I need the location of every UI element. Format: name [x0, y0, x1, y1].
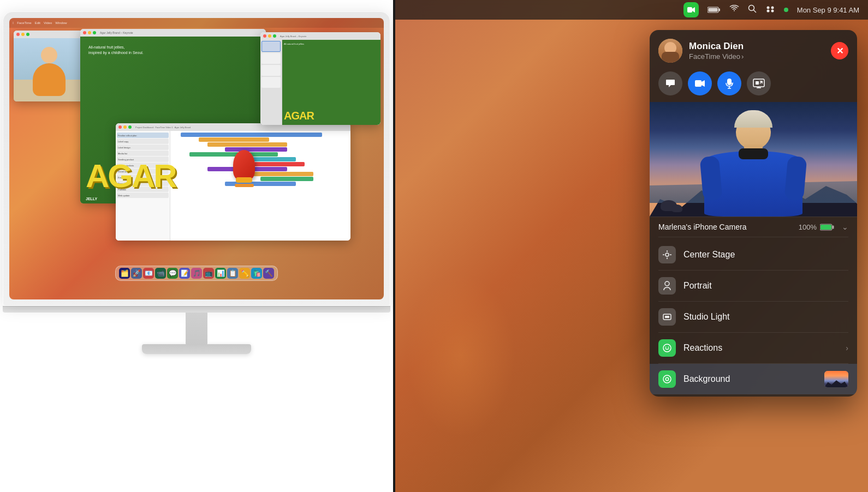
dock-launchpad[interactable]: 🚀 — [131, 268, 142, 279]
svg-rect-23 — [821, 225, 831, 230]
close-dot-small[interactable] — [263, 34, 266, 38]
imac-wrapper:  FaceTime Edit Video Window — [0, 11, 393, 481]
fullscreen-dot-small[interactable] — [273, 34, 276, 38]
studio-light-icon — [662, 312, 672, 322]
svg-point-35 — [668, 347, 669, 348]
imac-base — [142, 344, 251, 354]
background-icon — [662, 374, 672, 384]
battery-level-icon — [820, 224, 834, 231]
small-app-window[interactable]: Agar Jelly Brand – Keynote — [260, 32, 381, 125]
dock-music[interactable]: 🎵 — [191, 268, 202, 279]
center-stage-label: Center Stage — [683, 250, 848, 260]
close-dot[interactable] — [16, 33, 20, 36]
portrait-icon — [663, 280, 671, 291]
reactions-chevron: › — [846, 344, 848, 352]
fullscreen-dot-gantt[interactable] — [128, 125, 132, 129]
dock-tv[interactable]: 📺 — [203, 268, 214, 279]
caller-info: Monica Dien FaceTime Video › — [689, 41, 824, 60]
portrait-icon-bg — [658, 277, 676, 295]
fullscreen-dot[interactable] — [26, 33, 29, 36]
menu-item-reactions[interactable]: Reactions › — [650, 333, 857, 363]
facetime-window[interactable] — [14, 31, 85, 101]
svg-rect-4 — [708, 8, 717, 12]
video-chevron: ▾ — [702, 80, 705, 87]
dock-notes[interactable]: 📝 — [179, 268, 190, 279]
search-icon — [748, 4, 757, 13]
bg-thumbnail-content — [824, 371, 848, 387]
video-button[interactable]: ▾ — [688, 71, 712, 95]
bg-warm-glow — [406, 274, 515, 437]
svg-point-10 — [771, 10, 774, 13]
minimize-dot-gantt[interactable] — [123, 125, 127, 129]
center-stage-icon — [662, 250, 672, 260]
battery-icon — [708, 7, 721, 13]
imac-screen:  FaceTime Edit Video Window — [9, 18, 384, 299]
close-dot-gantt[interactable] — [118, 125, 122, 129]
gantt-bars — [170, 131, 350, 241]
menubar-search[interactable] — [748, 4, 757, 15]
dock-xcode[interactable]: 🔨 — [263, 268, 274, 279]
facetime-video-area — [14, 38, 85, 101]
svg-point-29 — [665, 281, 669, 286]
video-feed — [650, 102, 857, 217]
facetime-person — [14, 38, 85, 101]
avatar-body — [662, 52, 679, 63]
caller-avatar — [658, 39, 682, 63]
minimize-dot[interactable] — [21, 33, 25, 36]
caller-service-text: FaceTime Video — [689, 52, 740, 61]
svg-point-34 — [665, 347, 667, 348]
dock-mail[interactable]: 📧 — [143, 268, 154, 279]
menubar-video: Video — [44, 21, 52, 25]
battery-percent: 100% — [799, 223, 817, 231]
minimize-dot-small[interactable] — [268, 34, 271, 38]
mac-menubar:  FaceTime Edit Video Window — [9, 18, 384, 28]
dock-keynote[interactable]: 📋 — [227, 268, 238, 279]
keynote-window[interactable]: Agar Jelly Brand – Keynote All-natural f… — [80, 29, 266, 203]
camera-expand-chevron[interactable]: ⌄ — [842, 223, 848, 231]
dock-finder[interactable]: 🗂️ — [119, 268, 130, 279]
dock-facetime[interactable]: 📹 — [155, 268, 166, 279]
menubar-menu: Edit — [35, 21, 40, 25]
menubar-control-center[interactable] — [765, 5, 775, 15]
close-button[interactable]: ✕ — [831, 42, 848, 59]
screen-share-icon — [753, 79, 765, 88]
keynote-titlebar: Agar Jelly Brand – Keynote — [80, 29, 266, 37]
reactions-icon-bg — [658, 339, 676, 357]
screen-content:  FaceTime Edit Video Window — [9, 18, 384, 299]
message-icon — [665, 78, 676, 89]
svg-line-6 — [753, 10, 756, 13]
caller-service[interactable]: FaceTime Video › — [689, 52, 824, 61]
menu-item-center-stage[interactable]: Center Stage — [650, 239, 857, 270]
studio-light-label: Studio Light — [683, 312, 848, 322]
menu-item-portrait[interactable]: Portrait — [650, 271, 857, 301]
dock-appstore[interactable]: 🛍️ — [251, 268, 262, 279]
svg-point-24 — [665, 253, 669, 256]
mic-button[interactable]: ▾ — [717, 71, 741, 95]
dock-sketch[interactable]: ✏️ — [239, 268, 250, 279]
background-thumbnail — [824, 371, 848, 387]
message-button[interactable] — [658, 71, 682, 95]
dock-messages[interactable]: 💬 — [167, 268, 178, 279]
studio-light-icon-bg — [658, 308, 676, 326]
macos-section: Mon Sep 9 9:41 AM Monica Dien FaceTime V… — [393, 0, 868, 492]
control-center-icon — [765, 5, 775, 13]
camera-row[interactable]: Marlena's iPhone Camera 100% ⌄ — [650, 217, 857, 237]
menubar-facetime-icon[interactable] — [683, 2, 699, 17]
menu-item-background[interactable]: Background — [650, 364, 857, 394]
mac-dock: 🗂️ 🚀 📧 📹 💬 📝 🎵 📺 📊 📋 ✏️ 🛍️ — [115, 266, 278, 281]
dock-numbers[interactable]: 📊 — [215, 268, 226, 279]
screen-share-button[interactable] — [747, 71, 771, 95]
camera-source-label: Marlena's iPhone Camera — [658, 223, 799, 231]
card-header: Monica Dien FaceTime Video › ✕ — [650, 30, 857, 69]
close-dot-keynote[interactable] — [83, 31, 86, 34]
menu-item-studio-light[interactable]: Studio Light — [650, 302, 857, 332]
svg-point-38 — [666, 378, 668, 380]
macos-menubar: Mon Sep 9 9:41 AM — [395, 0, 868, 20]
svg-rect-22 — [833, 225, 834, 229]
avatar-image — [658, 39, 682, 63]
svg-rect-0 — [687, 7, 692, 13]
caller-name: Monica Dien — [689, 41, 824, 52]
minimize-dot-keynote[interactable] — [88, 31, 91, 34]
fullscreen-dot-keynote[interactable] — [93, 31, 96, 34]
svg-rect-3 — [718, 9, 720, 11]
